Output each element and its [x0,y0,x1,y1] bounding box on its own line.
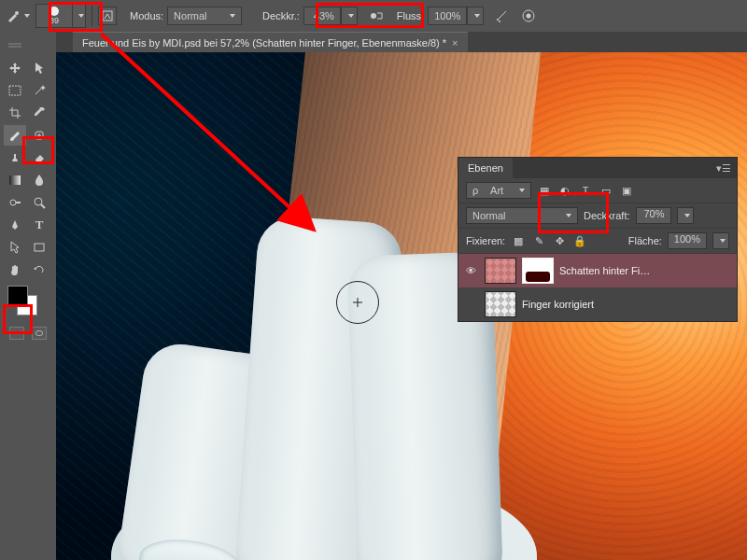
eraser-tool[interactable] [28,147,50,168]
rotate-view-tool[interactable] [28,259,50,280]
fill-label: Fläche: [628,235,662,246]
lock-paint-icon[interactable]: ✎ [531,234,546,247]
brush-tool[interactable] [4,125,26,146]
document-tab-bar: Feuer und Eis by MDI.psd bei 57,2% (Scha… [0,32,747,52]
flow-dropdown[interactable] [467,7,484,25]
flow-label: Fluss: [397,10,424,21]
direct-select-tool[interactable] [4,237,26,258]
svg-point-2 [371,13,376,19]
wand-tool[interactable] [28,80,50,101]
toolbox: T [0,32,56,560]
eyedropper-tool[interactable] [28,103,50,123]
flow-value: 100% [434,10,460,21]
layer-name: Finger korrigiert [522,299,729,310]
standard-mode-icon[interactable] [9,327,24,340]
quickmask-mode-icon[interactable] [32,327,47,340]
opacity-label: Deckkr.: [262,10,300,21]
lock-label: Fixieren: [466,235,505,246]
marquee-tool[interactable] [4,80,26,101]
document-tab[interactable]: Feuer und Eis by MDI.psd bei 57,2% (Scha… [73,32,468,52]
blend-mode-label: Modus: [130,10,163,21]
opacity-field[interactable]: 43% [303,7,341,25]
panel-menu-icon[interactable]: ▾☰ [711,162,737,175]
layer-blend-combo[interactable]: Normal [466,207,578,224]
tool-preset-dropdown[interactable] [24,14,30,18]
filter-adjust-icon[interactable]: ◐ [557,184,572,197]
hand-tool[interactable] [4,259,26,280]
svg-rect-1 [103,11,112,21]
opacity-dropdown[interactable] [341,7,358,25]
svg-point-0 [15,11,19,15]
stamp-tool[interactable] [4,147,26,168]
shape-tool[interactable] [28,237,50,258]
brush-preset-picker[interactable]: 89 [35,4,86,28]
svg-point-4 [499,21,500,22]
gradient-tool[interactable] [4,170,26,190]
layer-row[interactable]: Finger korrigiert [458,287,737,321]
lock-transparency-icon[interactable]: ▩ [511,234,526,247]
layer-list: 👁 Schatten hinter Fi… Finger korrigiert [458,254,737,321]
healing-tool[interactable] [28,125,50,146]
filter-pixel-icon[interactable]: ▦ [537,184,552,197]
layer-opacity-field[interactable]: 70% [636,207,671,224]
close-icon[interactable]: × [452,37,458,49]
layer-opacity-dropdown[interactable] [677,207,694,224]
visibility-icon[interactable]: 👁 [466,265,479,276]
blur-tool[interactable] [28,170,50,190]
pressure-opacity-icon[interactable] [367,7,386,25]
filter-shape-icon[interactable]: ▭ [599,184,613,197]
brush-size-value: 89 [49,17,59,25]
document-title: Feuer und Eis by MDI.psd bei 57,2% (Scha… [82,37,446,49]
filter-smart-icon[interactable]: ▣ [619,184,634,197]
toolbox-handle[interactable] [4,35,26,56]
color-swatches[interactable] [7,286,39,317]
layer-opacity-label: Deckkraft: [584,210,630,221]
document-canvas[interactable]: Ebenen ▾☰ ρ Art ▦ ◐ T ▭ ▣ Normal Deckkra… [56,52,747,560]
fill-dropdown[interactable] [712,232,729,249]
svg-rect-18 [35,244,44,251]
layer-mask-thumbnail[interactable] [522,258,554,284]
svg-point-16 [35,198,42,205]
brush-panel-toggle-icon[interactable] [98,7,117,25]
blend-mode-combo[interactable]: Normal [167,7,242,25]
layer-row[interactable]: 👁 Schatten hinter Fi… [458,254,737,287]
svg-rect-9 [9,86,21,95]
layer-thumbnail[interactable] [485,291,516,317]
blend-mode-value: Normal [174,10,206,21]
tool-preset-icon[interactable] [4,7,22,25]
fill-field[interactable]: 100% [668,232,707,249]
layers-tab[interactable]: Ebenen [458,158,513,178]
svg-line-17 [41,204,45,208]
lock-position-icon[interactable]: ✥ [552,234,567,247]
app-root: { "options_bar": { "brush_size": "89", "… [0,0,747,560]
brush-cursor [336,281,379,324]
svg-point-14 [10,200,16,205]
layer-filter-combo[interactable]: ρ Art [466,182,531,199]
foreground-swatch[interactable] [7,286,28,306]
layer-name: Schatten hinter Fi… [559,265,729,276]
flow-field[interactable]: 100% [428,7,467,25]
path-select-tool[interactable] [28,58,50,78]
move-tool[interactable] [4,58,26,78]
crop-tool[interactable] [4,103,26,123]
airbrush-icon[interactable] [493,7,512,25]
options-bar: 89 Modus: Normal Deckkr.: 43% Fluss: 100… [0,0,747,32]
pen-tool[interactable] [4,215,26,235]
brush-dot-icon [49,7,59,16]
pressure-size-icon[interactable] [519,7,538,25]
filter-type-icon[interactable]: T [578,184,593,197]
zoom-tool[interactable] [28,192,50,213]
svg-rect-13 [9,175,21,185]
layers-panel: Ebenen ▾☰ ρ Art ▦ ◐ T ▭ ▣ Normal Deckkra… [458,157,738,322]
dodge-tool[interactable] [4,192,26,213]
type-tool[interactable]: T [28,215,50,235]
svg-point-6 [527,14,531,19]
svg-point-3 [497,19,499,21]
lock-all-icon[interactable]: 🔒 [572,234,587,247]
opacity-value: 43% [314,10,334,21]
layer-thumbnail[interactable] [485,258,516,284]
svg-rect-15 [16,202,21,203]
